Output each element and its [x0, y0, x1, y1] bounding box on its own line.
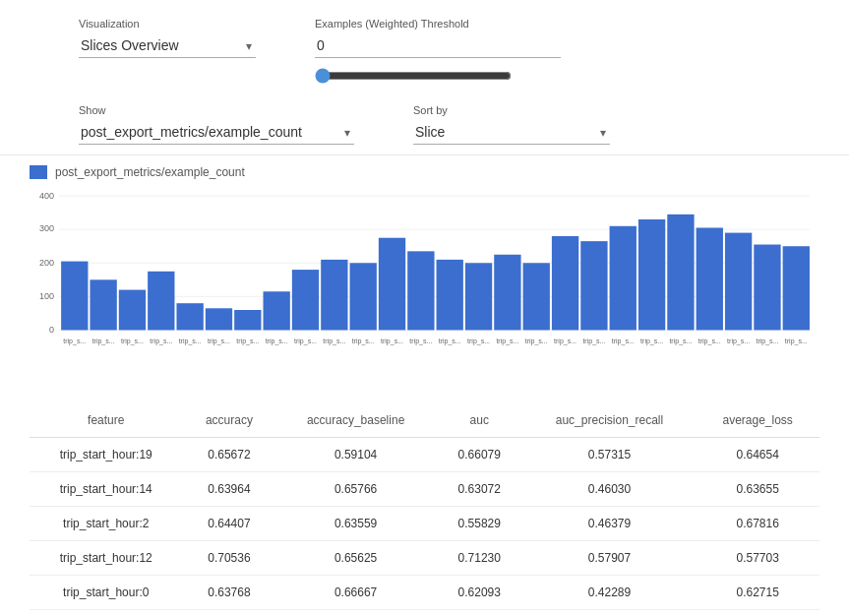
bar-11 — [379, 238, 405, 331]
col-average-loss: average_loss — [696, 403, 819, 438]
table-cell-3-4: 0.57907 — [523, 541, 697, 576]
table-cell-1-5: 0.63655 — [696, 472, 819, 507]
show-dropdown-wrapper: post_export_metrics/example_count ▾ — [79, 120, 354, 145]
table-cell-4-1: 0.63768 — [182, 576, 275, 610]
visualization-select[interactable]: Slices Overview — [79, 33, 256, 58]
table-cell-2-4: 0.46379 — [523, 507, 697, 541]
bar-label-5: trip_s... — [208, 338, 230, 345]
table-cell-4-3: 0.62093 — [436, 576, 523, 610]
bar-15 — [494, 255, 520, 331]
bar-25 — [783, 246, 810, 330]
table-cell-5-4: 0.44173 — [523, 610, 697, 617]
bar-label-11: trip_s... — [381, 338, 403, 345]
table-cell-2-0: trip_start_hour:2 — [30, 507, 182, 541]
col-auc: auc — [436, 403, 523, 438]
bar-16 — [523, 263, 550, 330]
bar-3 — [148, 272, 174, 331]
table-cell-0-0: trip_start_hour:19 — [30, 438, 182, 472]
bar-label-10: trip_s... — [352, 338, 375, 345]
bar-label-9: trip_s... — [323, 338, 345, 345]
table-cell-2-2: 0.63559 — [275, 507, 436, 541]
header-row: feature accuracy accuracy_baseline auc a… — [30, 403, 819, 438]
bar-0 — [61, 262, 88, 331]
bar-19 — [610, 226, 637, 331]
show-control: Show post_export_metrics/example_count ▾ — [79, 104, 354, 145]
col-feature: feature — [30, 403, 182, 438]
table-section: feature accuracy accuracy_baseline auc a… — [0, 394, 849, 616]
table-cell-2-3: 0.55829 — [436, 507, 523, 541]
table-cell-4-2: 0.66667 — [275, 576, 436, 610]
legend-text: post_export_metrics/example_count — [55, 165, 245, 179]
col-accuracy: accuracy — [182, 403, 275, 438]
bar-label-3: trip_s... — [150, 338, 172, 345]
col-accuracy-baseline: accuracy_baseline — [275, 403, 436, 438]
bar-chart-svg: 400 300 200 100 0 trip_s...trip_s...trip… — [30, 187, 819, 384]
table-cell-3-1: 0.70536 — [182, 541, 275, 576]
threshold-label: Examples (Weighted) Threshold — [315, 18, 561, 30]
bar-label-21: trip_s... — [669, 338, 692, 345]
bar-20 — [638, 219, 665, 330]
table-cell-4-5: 0.62715 — [696, 576, 819, 610]
table-cell-2-5: 0.67816 — [696, 507, 819, 541]
bar-10 — [350, 263, 377, 330]
table-row: trip_start_hour:20.644070.635590.558290.… — [30, 507, 819, 541]
table-cell-1-0: trip_start_hour:14 — [30, 472, 182, 507]
bar-label-19: trip_s... — [612, 338, 635, 345]
bar-label-0: trip_s... — [63, 338, 86, 345]
table-cell-2-1: 0.64407 — [182, 507, 275, 541]
table-cell-0-3: 0.66079 — [436, 438, 523, 472]
bar-7 — [264, 291, 290, 330]
sort-control: Sort by Slice ▾ — [413, 104, 610, 145]
table-cell-5-3: 0.58337 — [436, 610, 523, 617]
table-row: trip_start_hour:230.660160.648440.583370… — [30, 610, 819, 617]
chart-container: 400 300 200 100 0 trip_s...trip_s...trip… — [30, 187, 819, 384]
threshold-control: Examples (Weighted) Threshold — [315, 18, 561, 87]
table-row: trip_start_hour:120.705360.656250.712300… — [30, 541, 819, 576]
table-cell-0-4: 0.57315 — [523, 438, 697, 472]
col-auc-precision-recall: auc_precision_recall — [523, 403, 697, 438]
table-body: trip_start_hour:190.656720.591040.660790… — [30, 438, 819, 617]
bar-12 — [407, 251, 434, 330]
table-cell-3-3: 0.71230 — [436, 541, 523, 576]
table-cell-0-1: 0.65672 — [182, 438, 275, 472]
table-cell-3-5: 0.57703 — [696, 541, 819, 576]
data-table: feature accuracy accuracy_baseline auc a… — [30, 403, 819, 616]
table-cell-0-2: 0.59104 — [275, 438, 436, 472]
table-cell-1-1: 0.63964 — [182, 472, 275, 507]
visualization-dropdown-wrapper: Slices Overview ▾ — [79, 33, 256, 58]
bar-label-25: trip_s... — [785, 338, 808, 345]
bar-24 — [754, 245, 780, 331]
threshold-slider[interactable] — [315, 68, 512, 84]
bar-label-20: trip_s... — [640, 338, 663, 345]
bar-21 — [667, 215, 694, 331]
bar-23 — [725, 233, 752, 331]
svg-text:200: 200 — [39, 258, 54, 267]
bar-8 — [292, 270, 319, 330]
bar-17 — [552, 236, 578, 330]
bar-label-4: trip_s... — [179, 338, 202, 345]
sort-select[interactable]: Slice — [413, 120, 610, 145]
table-header: feature accuracy accuracy_baseline auc a… — [30, 403, 819, 438]
bar-label-12: trip_s... — [409, 338, 432, 345]
table-cell-4-0: trip_start_hour:0 — [30, 576, 182, 610]
visualization-label: Visualization — [79, 18, 256, 30]
bar-18 — [580, 241, 607, 330]
bar-label-13: trip_s... — [439, 338, 461, 345]
bar-label-8: trip_s... — [294, 338, 317, 345]
show-label: Show — [79, 104, 354, 116]
sort-dropdown-wrapper: Slice ▾ — [413, 120, 610, 145]
bar-label-14: trip_s... — [467, 338, 490, 345]
table-cell-5-5: 0.65142 — [696, 610, 819, 617]
bar-label-23: trip_s... — [727, 338, 750, 345]
table-cell-1-3: 0.63072 — [436, 472, 523, 507]
bar-label-2: trip_s... — [121, 338, 144, 345]
threshold-input[interactable] — [315, 33, 561, 58]
slider-wrapper — [315, 68, 561, 87]
legend-color-box — [30, 165, 47, 179]
bar-label-17: trip_s... — [554, 338, 576, 345]
table-cell-1-4: 0.46030 — [523, 472, 697, 507]
show-select[interactable]: post_export_metrics/example_count — [79, 120, 354, 145]
svg-text:300: 300 — [39, 224, 54, 233]
bar-6 — [234, 310, 261, 330]
chart-legend: post_export_metrics/example_count — [30, 165, 819, 179]
